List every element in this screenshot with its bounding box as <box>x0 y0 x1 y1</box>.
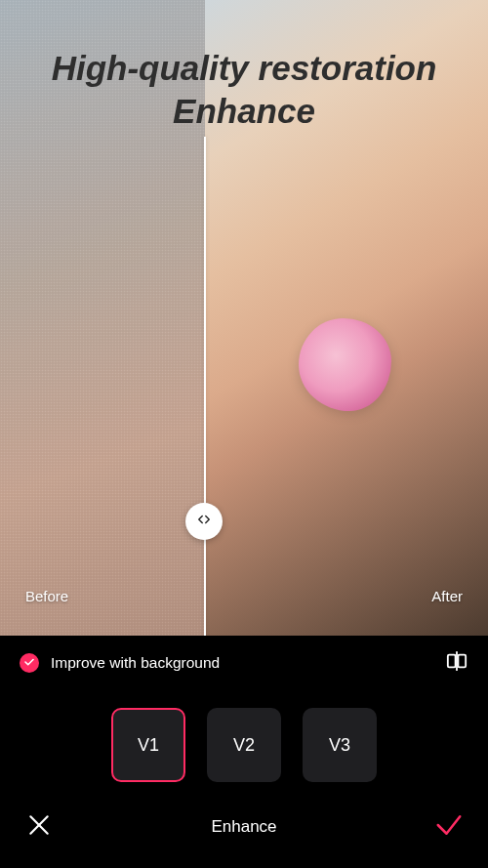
svg-rect-1 <box>458 655 466 668</box>
close-icon <box>26 812 52 842</box>
check-icon <box>23 654 35 672</box>
control-panel: Improve with background V1 V2 V3 <box>0 636 488 868</box>
cancel-button[interactable] <box>23 811 55 843</box>
version-label: V2 <box>233 735 255 756</box>
headline-line1: High-quality restoration <box>52 49 437 87</box>
panel-title: Enhance <box>211 817 276 837</box>
improve-background-checkbox[interactable] <box>20 653 39 673</box>
option-row: Improve with background <box>0 636 488 675</box>
bottom-bar: Enhance <box>0 811 488 868</box>
rose-decoration <box>299 318 391 411</box>
after-label: After <box>431 588 463 604</box>
before-label: Before <box>25 588 68 604</box>
screen: High-quality restoration Enhance Before … <box>0 0 488 868</box>
compare-icon <box>445 650 468 676</box>
slider-handle-icon <box>197 513 211 530</box>
version-button-v1[interactable]: V1 <box>111 708 185 782</box>
version-button-v3[interactable]: V3 <box>303 708 377 782</box>
version-label: V1 <box>138 735 159 756</box>
version-button-v2[interactable]: V2 <box>207 708 281 782</box>
comparison-slider-handle[interactable] <box>185 503 223 540</box>
compare-button[interactable] <box>445 651 468 675</box>
improve-background-label: Improve with background <box>51 654 433 672</box>
headline-line2: Enhance <box>173 92 315 130</box>
version-selector: V1 V2 V3 <box>0 708 488 782</box>
apply-button[interactable] <box>433 811 465 843</box>
comparison-divider <box>204 137 206 636</box>
apply-icon <box>434 810 464 844</box>
version-label: V3 <box>329 735 350 756</box>
comparison-preview: High-quality restoration Enhance Before … <box>0 0 488 636</box>
svg-rect-0 <box>448 655 456 668</box>
headline: High-quality restoration Enhance <box>0 47 488 133</box>
